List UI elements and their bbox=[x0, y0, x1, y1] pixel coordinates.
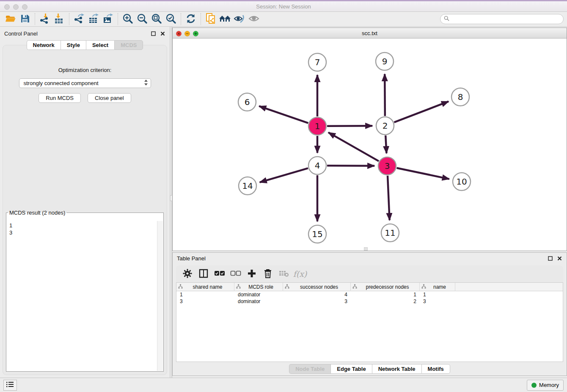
tab-network[interactable]: Network bbox=[27, 40, 61, 50]
graph-node-14[interactable]: 14 bbox=[239, 177, 256, 195]
deselect-all-columns-button[interactable] bbox=[228, 267, 243, 281]
graph-node-3[interactable]: 3 bbox=[378, 157, 396, 175]
table-row[interactable]: 1dominator411 bbox=[176, 291, 563, 298]
float-panel-button[interactable] bbox=[150, 30, 156, 36]
network-canvas[interactable]: 7968124314101511 bbox=[173, 39, 567, 251]
search-input[interactable] bbox=[451, 16, 560, 22]
edge-3-10[interactable] bbox=[397, 168, 449, 179]
zoom-out-button[interactable] bbox=[135, 13, 149, 25]
select-all-columns-button[interactable] bbox=[212, 267, 227, 281]
cell-successor-nodes[interactable]: 3 bbox=[283, 298, 351, 305]
home-button[interactable] bbox=[218, 13, 232, 25]
cell-shared-name[interactable]: 1 bbox=[176, 291, 234, 298]
tab-node-table[interactable]: Node Table bbox=[289, 364, 330, 374]
tab-edge-table[interactable]: Edge Table bbox=[330, 364, 372, 374]
network-minimize-button[interactable] bbox=[184, 30, 190, 38]
graph-node-4[interactable]: 4 bbox=[308, 157, 326, 174]
delete-column-button[interactable] bbox=[261, 267, 275, 281]
column-header-shared-name[interactable]: shared name bbox=[176, 283, 234, 291]
tab-mcds[interactable]: MCDS bbox=[114, 40, 143, 50]
close-panel-button[interactable]: Close panel bbox=[88, 93, 131, 103]
import-table-button[interactable] bbox=[52, 13, 66, 25]
export-table-button[interactable] bbox=[86, 13, 101, 25]
close-panel-icon-button[interactable] bbox=[160, 30, 165, 36]
cell-name[interactable]: 1 bbox=[420, 291, 455, 298]
network-zoom-button[interactable] bbox=[193, 30, 198, 38]
edge-3-11[interactable] bbox=[388, 176, 390, 220]
tab-select[interactable]: Select bbox=[86, 40, 114, 50]
edge-1-2[interactable] bbox=[327, 126, 372, 126]
network-view-window: scc.txt 7968124314101511 bbox=[172, 28, 567, 251]
task-history-button[interactable] bbox=[3, 380, 17, 391]
edge-2-8[interactable] bbox=[394, 102, 448, 122]
cell-successor-nodes[interactable]: 4 bbox=[283, 291, 351, 298]
column-header-predecessor-nodes[interactable]: predecessor nodes bbox=[351, 283, 420, 291]
zoom-in-button[interactable] bbox=[121, 13, 135, 25]
column-view-button[interactable] bbox=[196, 267, 211, 281]
graph-node-9[interactable]: 9 bbox=[376, 52, 394, 70]
save-session-button[interactable] bbox=[18, 13, 32, 25]
open-session-button[interactable] bbox=[3, 13, 18, 25]
canvas-scroll-nub[interactable] bbox=[364, 247, 368, 251]
network-file-button[interactable] bbox=[204, 13, 218, 25]
zoom-selected-button[interactable] bbox=[164, 13, 178, 25]
graph-node-6[interactable]: 6 bbox=[238, 93, 256, 111]
table-settings-button[interactable] bbox=[180, 267, 195, 281]
graph-node-10[interactable]: 10 bbox=[453, 173, 471, 190]
export-image-button[interactable] bbox=[101, 13, 115, 25]
network-graph[interactable]: 7968124314101511 bbox=[173, 39, 567, 251]
cell-mcds-role[interactable]: dominator bbox=[234, 298, 283, 305]
graph-node-7[interactable]: 7 bbox=[308, 53, 326, 71]
tab-style[interactable]: Style bbox=[61, 40, 86, 50]
hide-details-button[interactable] bbox=[232, 13, 247, 25]
delete-table-button[interactable] bbox=[277, 267, 291, 281]
graph-node-11[interactable]: 11 bbox=[381, 224, 399, 242]
graph-node-8[interactable]: 8 bbox=[451, 88, 469, 106]
network-close-button[interactable] bbox=[176, 30, 182, 38]
memory-button[interactable]: Memory bbox=[527, 380, 564, 391]
title-bar: Session: New Session bbox=[0, 0, 567, 12]
cell-predecessor-nodes[interactable]: 1 bbox=[351, 291, 420, 298]
column-header-name[interactable]: name bbox=[420, 283, 455, 291]
cell-predecessor-nodes[interactable]: 2 bbox=[351, 298, 420, 305]
tab-motifs[interactable]: Motifs bbox=[421, 364, 450, 374]
export-network-button[interactable] bbox=[72, 13, 86, 25]
result-scrollbar[interactable] bbox=[157, 221, 163, 371]
refresh-layout-button[interactable] bbox=[184, 13, 198, 25]
optimization-criterion-select[interactable]: strongly connected component bbox=[19, 78, 151, 88]
workspace: Control Panel NetworkStyleSelectMCDS Opt… bbox=[0, 27, 567, 378]
close-table-panel-button[interactable] bbox=[556, 255, 562, 261]
graph-node-1[interactable]: 1 bbox=[308, 117, 326, 135]
edge-1-6[interactable] bbox=[259, 106, 308, 123]
graph-node-15[interactable]: 15 bbox=[308, 225, 326, 243]
run-mcds-button[interactable]: Run MCDS bbox=[39, 93, 81, 103]
import-network-button[interactable] bbox=[38, 13, 52, 25]
splitter-handle[interactable] bbox=[170, 195, 172, 201]
show-details-button[interactable] bbox=[247, 13, 261, 25]
edge-4-14[interactable] bbox=[260, 168, 308, 182]
column-header-mcds-role[interactable]: MCDS role bbox=[234, 283, 283, 291]
edge-4-3[interactable] bbox=[327, 166, 374, 166]
svg-text:7: 7 bbox=[315, 57, 320, 67]
edge-2-9[interactable] bbox=[385, 74, 385, 116]
graph-node-2[interactable]: 2 bbox=[376, 117, 394, 135]
search-field[interactable] bbox=[440, 14, 564, 24]
panel-splitter[interactable] bbox=[170, 27, 172, 378]
close-window-button[interactable] bbox=[4, 4, 10, 10]
tab-network-table[interactable]: Network Table bbox=[372, 364, 421, 374]
cell-mcds-role[interactable]: dominator bbox=[234, 291, 283, 298]
cell-shared-name[interactable]: 3 bbox=[176, 298, 234, 305]
function-builder-button[interactable]: f(x) bbox=[293, 267, 307, 281]
float-table-panel-button[interactable] bbox=[547, 255, 553, 261]
column-edit-icon bbox=[178, 284, 183, 290]
zoom-fit-button[interactable] bbox=[149, 13, 164, 25]
minimize-window-button[interactable] bbox=[13, 4, 19, 10]
column-header-successor-nodes[interactable]: successor nodes bbox=[283, 283, 351, 291]
edge-2-3[interactable] bbox=[385, 135, 386, 153]
cell-name[interactable]: 3 bbox=[420, 298, 455, 305]
edge-3-1[interactable] bbox=[328, 133, 379, 161]
application-window: Session: New Session bbox=[0, 0, 567, 392]
table-row[interactable]: 3dominator323 bbox=[176, 298, 563, 305]
zoom-window-button[interactable] bbox=[22, 4, 28, 10]
add-column-button[interactable] bbox=[245, 267, 259, 281]
